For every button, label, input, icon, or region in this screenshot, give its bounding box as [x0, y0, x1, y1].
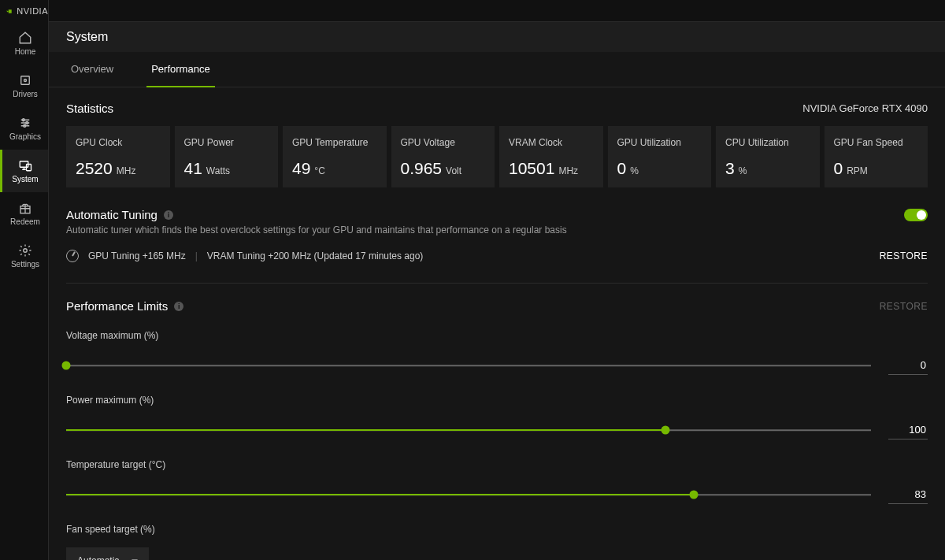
stat-unit: RPM [847, 165, 868, 176]
svg-rect-0 [21, 76, 30, 85]
sidebar-item-settings[interactable]: Settings [0, 235, 48, 277]
stat-card: GPU Voltage 0.965Volt [391, 126, 495, 187]
slider-label: Power maximum (%) [66, 395, 928, 406]
sidebar-item-graphics[interactable]: Graphics [0, 107, 48, 150]
stat-value: 0% [617, 159, 702, 178]
info-icon[interactable]: i [164, 210, 173, 220]
fan-speed-dropdown[interactable]: Automatic [66, 547, 149, 560]
statistics-title: Statistics [66, 102, 113, 115]
svg-point-8 [24, 249, 28, 253]
stat-card: VRAM Clock 10501MHz [499, 126, 603, 187]
sidebar-item-redeem[interactable]: Redeem [0, 192, 48, 235]
stat-card: CPU Utilization 3% [716, 126, 820, 187]
system-icon [18, 158, 32, 172]
vram-tuning-value: VRAM Tuning +200 MHz (Updated 17 minutes… [207, 250, 423, 261]
svg-point-1 [24, 80, 27, 82]
sidebar-item-system[interactable]: System [0, 150, 48, 192]
stat-unit: MHz [558, 165, 578, 176]
sidebar-item-drivers[interactable]: Drivers [0, 65, 48, 107]
stat-unit: % [739, 165, 747, 176]
stat-value: 3% [725, 159, 810, 178]
gear-icon [18, 243, 32, 258]
info-icon[interactable]: i [174, 302, 183, 311]
stat-unit: MHz [117, 165, 136, 176]
slider-label: Voltage maximum (%) [66, 330, 928, 341]
stat-label: CPU Utilization [725, 137, 810, 148]
stat-label: GPU Utilization [617, 137, 702, 148]
perf-limits-title: Performance Limits [66, 299, 168, 313]
slider-input[interactable] [888, 421, 928, 439]
stat-value: 2520MHz [76, 159, 161, 178]
titlebar [49, 0, 945, 22]
fan-speed-value: Automatic [77, 555, 119, 560]
slider-input[interactable] [888, 356, 928, 375]
slider-track[interactable] [66, 483, 871, 506]
sidebar-item-label: Graphics [9, 132, 41, 141]
auto-tuning-restore-button[interactable]: RESTORE [880, 250, 928, 261]
slider-input[interactable] [888, 485, 928, 504]
slider-thumb[interactable] [662, 426, 670, 435]
slider-track[interactable] [66, 418, 871, 442]
auto-tuning-description: Automatic tuner which finds the best ove… [66, 224, 928, 235]
stat-label: GPU Voltage [401, 137, 486, 148]
stat-card: GPU Power 41Watts [175, 126, 279, 187]
stat-value: 49°C [292, 159, 377, 178]
stat-label: GPU Clock [76, 137, 161, 148]
slider-label: Temperature target (°C) [66, 459, 928, 470]
gpu-name: NVIDIA GeForce RTX 4090 [802, 102, 928, 114]
stat-label: GPU Power [184, 137, 269, 148]
brand-label: NVIDIA [17, 6, 48, 16]
sidebar-item-label: System [12, 175, 38, 184]
perf-limits-restore-button: RESTORE [880, 301, 928, 312]
nvidia-logo-icon [6, 7, 12, 16]
stat-label: VRAM Clock [509, 137, 594, 148]
stat-value: 0.965Volt [401, 159, 486, 178]
auto-tuning-toggle[interactable] [904, 209, 928, 221]
stat-card: GPU Temperature 49°C [283, 126, 387, 187]
stat-card: GPU Utilization 0% [608, 126, 712, 187]
stat-unit: °C [314, 165, 324, 176]
page-title: System [49, 22, 945, 52]
sliders-icon [18, 116, 32, 130]
gift-icon [18, 201, 32, 215]
sidebar-item-label: Home [15, 47, 36, 56]
gpu-tuning-value: GPU Tuning +165 MHz [88, 250, 186, 261]
sidebar-item-home[interactable]: Home [0, 22, 48, 65]
sidebar-item-label: Drivers [13, 90, 38, 98]
sidebar-item-label: Redeem [10, 217, 40, 226]
brand: NVIDIA [0, 0, 48, 22]
gauge-icon [66, 250, 79, 262]
auto-tuning-title: Automatic Tuning [66, 208, 158, 221]
home-icon [18, 31, 32, 45]
stat-card: GPU Fan Speed 0RPM [825, 126, 928, 187]
stat-label: GPU Fan Speed [834, 137, 919, 148]
stat-label: GPU Temperature [292, 137, 377, 148]
stat-value: 0RPM [834, 159, 919, 178]
stat-unit: Watts [206, 165, 230, 176]
stat-unit: Volt [446, 165, 461, 176]
slider-track[interactable] [66, 354, 871, 377]
slider-thumb[interactable] [690, 491, 699, 499]
drivers-icon [18, 73, 32, 87]
stat-value: 41Watts [184, 159, 269, 178]
sidebar-item-label: Settings [11, 260, 39, 269]
stat-unit: % [630, 165, 639, 176]
slider-thumb[interactable] [62, 362, 71, 370]
fan-speed-label: Fan speed target (%) [66, 524, 928, 535]
tab-overview[interactable]: Overview [66, 52, 118, 87]
stat-value: 10501MHz [509, 159, 594, 178]
tab-performance[interactable]: Performance [146, 52, 214, 87]
stat-card: GPU Clock 2520MHz [66, 126, 170, 187]
